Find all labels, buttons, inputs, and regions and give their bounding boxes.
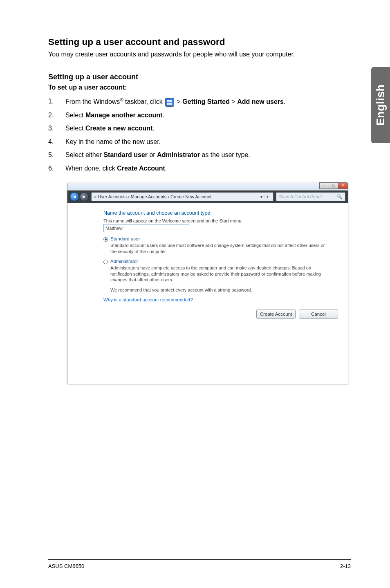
- why-standard-link[interactable]: Why is a standard account recommended?: [103, 297, 330, 302]
- breadcrumb-dropdown-icon[interactable]: ▾ | ✦: [259, 195, 271, 199]
- subsection-todo: To set up a user account:: [48, 84, 351, 91]
- search-input[interactable]: Search Control Panel 🔍: [276, 192, 345, 201]
- language-tab: English: [371, 67, 390, 143]
- minimize-button[interactable]: —: [319, 182, 329, 189]
- step-5: 5. Select either Standard user or Admini…: [48, 150, 351, 159]
- window-titlebar: — ☐ ✕: [67, 183, 348, 191]
- breadcrumb[interactable]: « User Accounts › Manage Accounts › Crea…: [91, 192, 273, 201]
- step-number: 4.: [48, 137, 65, 146]
- radio-icon: [103, 260, 108, 264]
- start-orb-icon: [165, 98, 174, 107]
- radio-administrator[interactable]: Administrator: [103, 259, 330, 264]
- language-tab-text: English: [374, 84, 387, 126]
- steps-list: 1. From the Windows® taskbar, click > Ge…: [48, 97, 351, 173]
- section-title: Setting up a user account and password: [48, 37, 351, 47]
- step-body: When done, click Create Account.: [65, 164, 351, 173]
- text: When done, click: [65, 165, 117, 172]
- nav-buttons: ◄ ►: [70, 192, 89, 201]
- search-icon: 🔍: [337, 194, 343, 200]
- page-content: Setting up a user account and password Y…: [0, 0, 390, 384]
- form-hint: This name will appear on the Welcome scr…: [103, 218, 330, 223]
- subsection-title: Setting up a user account: [48, 73, 351, 81]
- text: Select: [65, 112, 85, 119]
- text-bold: Create a new account: [85, 125, 153, 132]
- reg-mark: ®: [120, 97, 123, 102]
- search-placeholder: Search Control Panel: [279, 194, 322, 199]
- text-bold: Standard user: [103, 151, 148, 158]
- create-account-window: — ☐ ✕ ◄ ► « User Accounts › Manage Accou…: [67, 183, 348, 384]
- footer-right: 2-13: [340, 563, 351, 569]
- forward-button[interactable]: ►: [80, 192, 89, 201]
- footer-left: ASUS CM6650: [48, 563, 84, 569]
- text-bold: Create Account: [117, 165, 165, 172]
- text-bold: Manage another account: [85, 112, 162, 119]
- text: or: [148, 151, 157, 158]
- text: as the user type.: [200, 151, 250, 158]
- page-footer: ASUS CM6650 2-13: [48, 559, 351, 569]
- step-2: 2. Select Manage another account.: [48, 111, 351, 120]
- radio-label: Administrator: [110, 259, 138, 264]
- text: >: [175, 98, 182, 105]
- text: .: [284, 98, 285, 105]
- step-body: Select either Standard user or Administr…: [65, 150, 351, 159]
- text: From the Windows: [65, 98, 120, 105]
- step-number: 3.: [48, 124, 65, 133]
- window-body: Name the account and choose an account t…: [67, 203, 348, 305]
- cancel-button[interactable]: Cancel: [299, 310, 338, 319]
- step-body: Select Create a new account.: [65, 124, 351, 133]
- step-6: 6. When done, click Create Account.: [48, 164, 351, 173]
- text: .: [152, 125, 154, 132]
- form-heading: Name the account and choose an account t…: [103, 210, 330, 216]
- step-body: Key in the name of the new user.: [65, 137, 351, 146]
- section-intro: You may create user accounts and passwor…: [48, 51, 351, 58]
- radio-icon: [103, 237, 108, 242]
- window-empty-space: [67, 323, 348, 384]
- text: .: [162, 112, 164, 119]
- text: Select either: [65, 151, 103, 158]
- step-4: 4. Key in the name of the new user.: [48, 137, 351, 146]
- step-number: 1.: [48, 97, 65, 106]
- recommend-text: We recommend that you protect every acco…: [110, 287, 330, 293]
- radio-standard-desc: Standard account users can use most soft…: [110, 242, 330, 255]
- step-1: 1. From the Windows® taskbar, click > Ge…: [48, 97, 351, 107]
- text-bold: Getting Started: [182, 98, 230, 105]
- step-number: 2.: [48, 111, 65, 120]
- breadcrumb-text: « User Accounts › Manage Accounts › Crea…: [94, 194, 211, 199]
- radio-label: Standard user: [110, 236, 140, 241]
- maximize-button[interactable]: ☐: [329, 182, 338, 189]
- titlebar-buttons: — ☐ ✕: [320, 182, 348, 189]
- step-3: 3. Select Create a new account.: [48, 124, 351, 133]
- back-button[interactable]: ◄: [70, 192, 79, 201]
- create-account-button[interactable]: Create Account: [256, 310, 296, 319]
- step-number: 5.: [48, 150, 65, 159]
- step-number: 6.: [48, 164, 65, 173]
- text-bold: Add new users: [237, 98, 284, 105]
- text: taskbar, click: [123, 98, 164, 105]
- button-row: Create Account Cancel: [67, 305, 348, 323]
- account-name-input[interactable]: Matthew: [103, 224, 189, 232]
- radio-standard-user[interactable]: Standard user: [103, 236, 330, 242]
- text: .: [165, 165, 167, 172]
- text: Select: [65, 125, 85, 132]
- radio-admin-desc: Administrators have complete access to t…: [110, 265, 330, 283]
- text-bold: Administrator: [157, 151, 200, 158]
- text: >: [230, 98, 237, 105]
- step-body: Select Manage another account.: [65, 111, 351, 120]
- address-bar: ◄ ► « User Accounts › Manage Accounts › …: [67, 191, 348, 203]
- step-body: From the Windows® taskbar, click > Getti…: [65, 97, 351, 107]
- close-button[interactable]: ✕: [338, 182, 348, 189]
